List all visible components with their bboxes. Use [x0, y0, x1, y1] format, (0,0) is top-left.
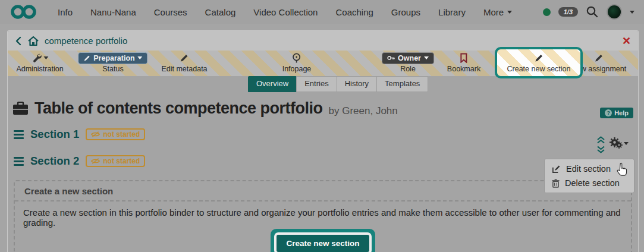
help-label: Help [614, 109, 629, 116]
portfolio-content: Table of contents competence portfolio b… [8, 99, 638, 252]
chevron-down-icon [624, 142, 629, 147]
bookmark-icon [460, 53, 468, 63]
brand-infinity-logo[interactable] [10, 4, 38, 20]
nav-item-catalog[interactable]: Catalog [196, 7, 245, 17]
chevron-down-icon [424, 56, 429, 62]
create-section-description: Create a new section in this portfolio b… [23, 207, 623, 228]
status-badge-label: not started [103, 157, 140, 165]
create-section-box-heading: Create a new section [15, 181, 631, 201]
help-button[interactable]: ? Help [600, 108, 633, 118]
primary-nav: Info Nanu-Nana Courses Catalog Video Col… [49, 7, 521, 17]
navbar-right: 1/3 [543, 4, 634, 20]
nav-item-coaching[interactable]: Coaching [326, 7, 382, 17]
create-section-box-body: Create a new section in this portfolio b… [15, 201, 631, 252]
section-settings-dropdown: Edit section Delete section [544, 159, 634, 193]
pencil-icon [180, 53, 189, 62]
role-label: Role [382, 65, 434, 73]
bookmark-button[interactable]: Bookmark [447, 52, 480, 73]
notification-counter-badge[interactable]: 1/3 [558, 7, 578, 17]
nav-item-courses[interactable]: Courses [145, 7, 196, 17]
role-menu[interactable]: Owner Role [382, 52, 434, 73]
create-section-box: Create a new section Create a new sectio… [14, 180, 632, 252]
tab-overview[interactable]: Overview [248, 76, 297, 92]
status-badge: not started [86, 155, 145, 167]
move-down-icon[interactable] [596, 146, 605, 153]
administration-label: Administration [16, 65, 63, 73]
key-icon [387, 55, 395, 61]
administration-menu[interactable]: Administration [16, 52, 63, 73]
edit-icon [552, 165, 561, 174]
drag-handle-icon[interactable] [14, 130, 24, 139]
menu-item-edit-section[interactable]: Edit section [545, 162, 634, 176]
gears-icon [615, 141, 623, 149]
bookmark-label: Bookmark [447, 65, 480, 73]
section-controls [596, 136, 629, 153]
home-icon[interactable] [28, 36, 39, 46]
section-row-1: Section 1 not started [14, 128, 638, 141]
top-navbar: Info Nanu-Nana Courses Catalog Video Col… [0, 0, 644, 24]
question-icon: ? [605, 109, 612, 116]
create-new-section-label: Create new section [507, 65, 570, 73]
section-title[interactable]: Section 2 [30, 155, 79, 168]
back-chevron-icon[interactable] [15, 36, 22, 46]
role-value-pill[interactable]: Owner [382, 52, 434, 64]
tab-history[interactable]: History [337, 76, 377, 92]
portfolio-panel: competence portfolio ✕ Administration Pr… [7, 30, 639, 252]
move-up-icon[interactable] [596, 136, 605, 144]
nav-item-groups[interactable]: Groups [382, 7, 429, 17]
infopage-label: Infopage [282, 65, 312, 73]
tab-entries[interactable]: Entries [296, 76, 337, 92]
eye-slash-icon [91, 158, 100, 165]
view-tabs: Overview Entries History Templates [248, 76, 638, 92]
page-byline: by Green, John [329, 105, 398, 117]
status-value: Preparation [93, 54, 134, 62]
wrench-icon [32, 53, 42, 63]
breadcrumb-title[interactable]: competence portfolio [45, 36, 127, 46]
chevron-down-icon [43, 56, 48, 62]
infopage-button[interactable]: Infopage [282, 52, 312, 73]
nav-item-library[interactable]: Library [429, 7, 475, 17]
section-title[interactable]: Section 1 [30, 128, 79, 141]
nav-more-label: More [483, 7, 504, 17]
nav-item-video-collection[interactable]: Video Collection [244, 7, 326, 17]
pencil-icon [535, 53, 544, 62]
search-icon[interactable] [586, 5, 599, 18]
infopage-icon [292, 53, 301, 64]
chevron-down-icon [138, 56, 143, 62]
menu-item-delete-section[interactable]: Delete section [545, 176, 634, 190]
edit-metadata-button[interactable]: Edit metadata [161, 52, 207, 73]
portfolio-toolbar: Administration Preparation Status Edit m… [8, 51, 638, 76]
create-new-section-toolbar-highlighted[interactable]: Create new section [495, 47, 583, 78]
create-new-section-button[interactable]: Create new section [277, 235, 369, 252]
nav-item-nanu-nana[interactable]: Nanu-Nana [81, 7, 145, 17]
page-title: Table of contents competence portfolio [34, 99, 323, 118]
status-value-pill[interactable]: Preparation [78, 52, 147, 64]
chevron-down-icon [507, 11, 512, 16]
status-menu[interactable]: Preparation Status [78, 52, 147, 73]
delete-section-label: Delete section [565, 178, 620, 188]
section-settings-menu-button[interactable] [610, 136, 629, 147]
status-badge: not started [86, 128, 145, 140]
pencil-icon [595, 53, 604, 62]
role-value: Owner [398, 54, 421, 62]
online-status-dot [543, 8, 551, 16]
briefcase-icon [12, 102, 29, 116]
avatar[interactable] [607, 4, 622, 20]
nav-item-more[interactable]: More [475, 7, 521, 17]
pencil-icon [83, 55, 90, 62]
edit-section-label: Edit section [566, 164, 611, 174]
trash-icon [552, 179, 560, 188]
tab-templates[interactable]: Templates [376, 76, 428, 92]
eye-slash-icon [91, 131, 100, 138]
drag-handle-icon[interactable] [14, 157, 24, 166]
close-icon[interactable]: ✕ [622, 36, 631, 46]
chevron-down-icon[interactable] [630, 11, 634, 16]
edit-metadata-label: Edit metadata [161, 65, 207, 73]
nav-item-info[interactable]: Info [49, 7, 81, 17]
status-badge-label: not started [103, 130, 140, 138]
status-label: Status [78, 65, 147, 73]
title-row: Table of contents competence portfolio b… [12, 99, 633, 118]
